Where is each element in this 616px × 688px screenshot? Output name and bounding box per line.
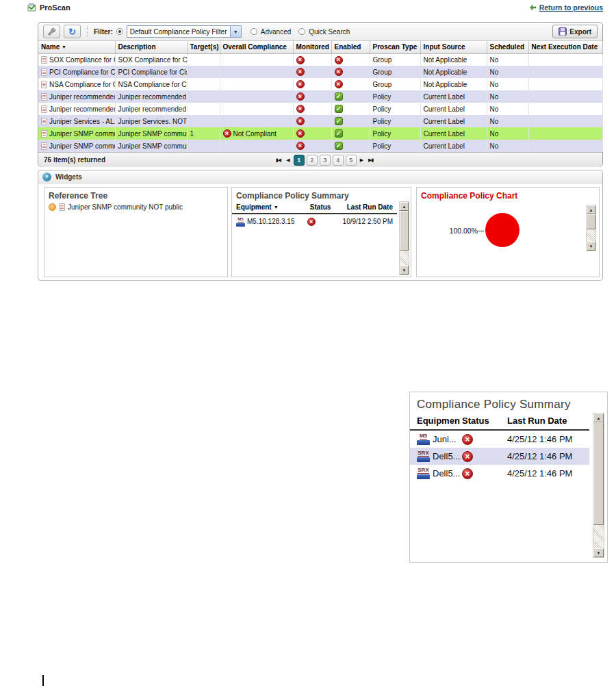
filter-policy-select[interactable]: Default Compliance Policy Filter ▼ [127,25,242,38]
return-to-previous-link[interactable]: Return to previous [530,3,603,12]
status-fail-icon: × [296,56,305,64]
status-fail-icon: × [296,92,305,101]
policy-doc-icon [41,142,47,150]
table-row[interactable]: SOX Compliance for Ci...SOX Compliance f… [38,53,602,66]
scroll-down-icon[interactable]: ▼ [400,266,409,275]
policy-monitored: × [293,115,331,127]
table-footer: 76 item(s) returned ◀◀12345▶▶ [38,152,602,167]
equipment-name: Dell5... [433,468,460,479]
column-header[interactable]: Enabled [331,41,370,53]
result-count: 76 item(s) returned [44,156,105,164]
table-row[interactable]: NSA Compliance for Ci...NSA Compliance f… [38,78,602,90]
status-fail-icon: × [462,451,473,462]
settings-button[interactable] [43,25,60,38]
pie-chart[interactable] [485,213,519,247]
table-row[interactable]: PCI Compliance for CiscoPCI Compliance f… [38,66,602,78]
table-row[interactable]: Juniper SNMP commun...Juniper SNMP commu… [38,127,602,140]
policy-scheduled: No [487,103,528,115]
widgets-section: ▾ Widgets Reference Tree Juniper SNMP co… [38,170,603,281]
column-header[interactable]: Next Execution Date [528,41,602,53]
widgets-header[interactable]: ▾ Widgets [38,170,602,183]
first-page-button[interactable]: ◀ [274,156,283,164]
column-header[interactable]: Input Source [420,41,487,53]
status-ok-icon: ✓ [335,129,343,138]
scroll-up-icon[interactable]: ▲ [400,202,409,211]
scroll-down-icon[interactable]: ▼ [593,548,604,557]
scroll-up-icon[interactable]: ▲ [587,205,595,214]
policy-name: Juniper recommended ... [49,93,115,101]
filter-default-radio[interactable] [116,28,123,35]
scrollbar-thumb[interactable] [593,422,604,525]
summary-scrollbar[interactable]: ▲ ▼ [399,201,409,275]
pie-chart-area: 100.00% ▲ ▼ [417,202,599,270]
page-button-5[interactable]: 5 [346,155,357,166]
compliance-chart-title: Compliance Policy Chart [417,188,599,202]
refresh-button[interactable]: ↻ [64,25,81,38]
policy-doc-icon [41,56,47,64]
scrollbar-thumb[interactable] [400,211,409,251]
reference-tree-widget: Reference Tree Juniper SNMP community NO… [44,187,228,277]
policy-overall-compliance [220,66,293,78]
page-button-2[interactable]: 2 [307,155,318,166]
policy-enabled: × [331,66,370,78]
policy-targets [187,66,220,78]
policy-doc-icon [41,68,47,76]
detail-row[interactable]: M5Juni...×4/25/12 1:46 PM [410,431,589,448]
filter-quick-search-radio[interactable] [298,28,305,35]
compliance-summary-title: Compliance Policy Summary [232,188,411,202]
detail-scrollbar[interactable]: ▲ ▼ [593,413,604,558]
column-header[interactable]: Overall Compliance [220,41,293,53]
column-header[interactable]: Proscan Type [370,41,420,53]
scrollbar-thumb[interactable] [587,214,595,229]
detail-row[interactable]: SRXDell5...×4/25/12 1:46 PM [410,465,589,482]
scroll-up-icon[interactable]: ▲ [593,413,604,422]
column-header[interactable]: Name ▼ [38,41,115,53]
prev-page-button[interactable]: ◀ [285,156,291,164]
scroll-down-icon[interactable]: ▼ [587,242,595,251]
export-button[interactable]: Export [552,25,598,38]
policy-next-execution [528,78,602,90]
page-button-4[interactable]: 4 [333,155,344,166]
table-row[interactable]: Juniper recommended ...Juniper recommend… [38,90,602,103]
save-disk-icon [559,27,567,36]
sort-arrow-icon[interactable]: ▼ [274,205,279,209]
reference-tree-item[interactable]: Juniper SNMP community NOT public [44,202,227,212]
compliance-summary-widget: Compliance Policy Summary Equipment▼ Sta… [231,187,411,277]
last-run-date: 4/25/12 1:46 PM [507,451,582,461]
tree-node-icon [49,203,56,211]
policy-monitored: × [293,127,331,140]
policy-description: Juniper SNMP community N... [115,140,187,152]
page-button-3[interactable]: 3 [320,155,331,166]
filter-label: Filter: [94,28,113,36]
status-fail-icon: × [462,434,473,445]
table-row[interactable]: Juniper recommended ...Juniper recommend… [38,103,602,115]
table-row[interactable]: Juniper Services - AL...Juniper Services… [38,115,602,127]
policy-next-execution [528,53,602,66]
policy-monitored: × [293,103,331,115]
chart-scrollbar[interactable]: ▲ ▼ [586,205,596,251]
column-header[interactable]: Scheduled [487,41,528,53]
filter-advanced-radio[interactable] [251,28,257,35]
policy-monitored: × [293,140,331,152]
policy-description: NSA Compliance for Cisco [115,78,187,90]
next-page-button[interactable]: ▶ [359,156,365,164]
device-icon-srx: SRX [417,468,430,480]
summary-row[interactable]: M5M5.10.128.3.15×10/9/12 2:50 PM [232,214,397,229]
last-page-button[interactable]: ▶ [367,156,375,164]
policy-enabled: ✓ [331,127,370,140]
table-row[interactable]: Juniper SNMP commun...Juniper SNMP commu… [38,140,602,152]
status-fail-icon: × [296,142,305,150]
column-header[interactable]: Monitored [293,41,331,53]
equipment-name: Dell5... [433,451,460,461]
compliance-policy-table: Name ▼DescriptionTarget(s)Overall Compli… [38,41,603,152]
policy-overall-compliance [220,140,293,152]
column-header[interactable]: Description [115,41,187,53]
policy-next-execution [528,90,602,103]
policy-input-source: Not Applicable [420,78,487,90]
page-button-1[interactable]: 1 [294,155,305,166]
policy-name: Juniper SNMP commun... [49,142,115,150]
policy-overall-compliance [220,90,293,103]
detail-header-row: Equipmen Status Last Run Date [410,414,589,431]
column-header[interactable]: Target(s) [187,41,220,53]
detail-row[interactable]: SRXDell5...×4/25/12 1:46 PM [410,448,589,465]
